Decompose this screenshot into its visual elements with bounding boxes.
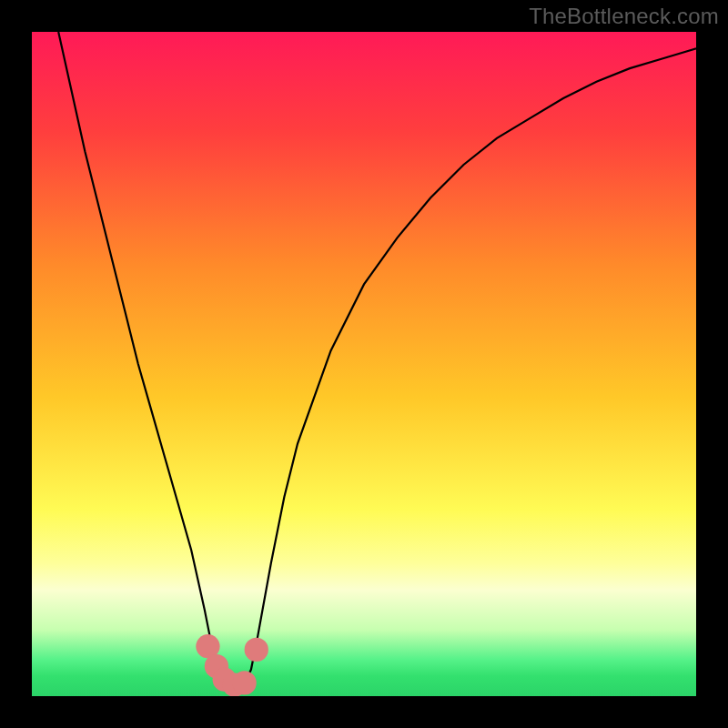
bottleneck-chart [32, 32, 696, 696]
gradient-background [32, 32, 696, 696]
marker-dot [245, 638, 268, 662]
marker-dot [232, 671, 256, 694]
watermark-text: TheBottleneck.com [529, 4, 719, 29]
chart-canvas: TheBottleneck.com [0, 0, 728, 728]
